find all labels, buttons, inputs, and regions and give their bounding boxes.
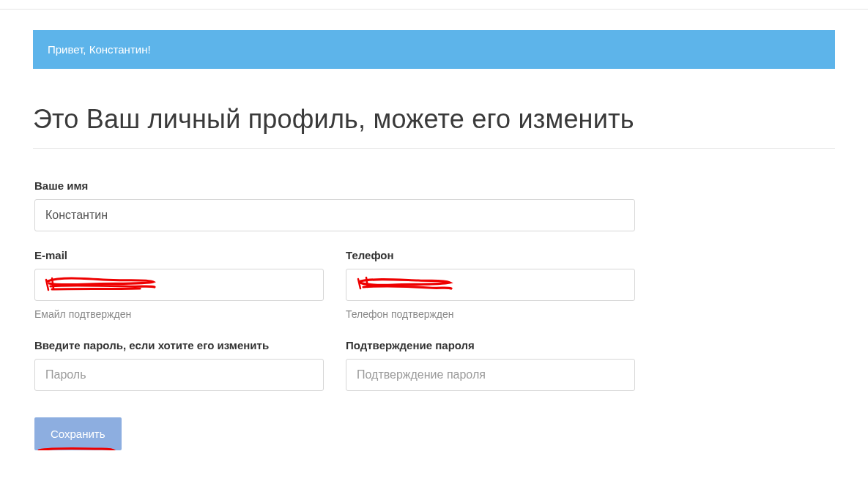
password-row: Введите пароль, если хотите его изменить…: [34, 339, 834, 391]
password-confirm-label: Подтверждение пароля: [346, 339, 635, 351]
email-label: E-mail: [34, 249, 324, 261]
phone-field-group: Телефон Телефон подтвержден: [346, 249, 635, 320]
name-label: Ваше имя: [34, 179, 635, 192]
password-label: Введите пароль, если хотите его изменить: [34, 339, 324, 351]
greeting-text: Привет, Константин!: [48, 43, 151, 56]
save-button[interactable]: Сохранить: [34, 417, 122, 450]
email-helper: Емайл подтвержден: [34, 308, 324, 320]
email-field-group: E-mail Емайл подтвержден: [34, 249, 324, 320]
name-input[interactable]: [34, 199, 635, 231]
phone-helper: Телефон подтвержден: [346, 308, 635, 320]
greeting-banner: Привет, Константин!: [33, 30, 835, 69]
password-field-group: Введите пароль, если хотите его изменить: [34, 339, 324, 391]
page-title: Это Ваш личный профиль, можете его измен…: [33, 104, 835, 149]
save-button-wrap: Сохранить: [34, 413, 834, 450]
top-divider: [0, 9, 868, 10]
password-confirm-field-group: Подтверждение пароля: [346, 339, 635, 391]
phone-input[interactable]: [346, 269, 635, 301]
password-confirm-input[interactable]: [346, 359, 635, 391]
profile-form: Ваше имя E-mail Емайл подтвержден Телефо…: [33, 179, 835, 450]
email-input[interactable]: [34, 269, 324, 301]
phone-label: Телефон: [346, 249, 635, 261]
main-container: Привет, Константин! Это Ваш личный профи…: [33, 30, 835, 450]
password-input[interactable]: [34, 359, 324, 391]
name-field-group: Ваше имя: [34, 179, 635, 231]
email-phone-row: E-mail Емайл подтвержден Телефон: [34, 249, 834, 320]
